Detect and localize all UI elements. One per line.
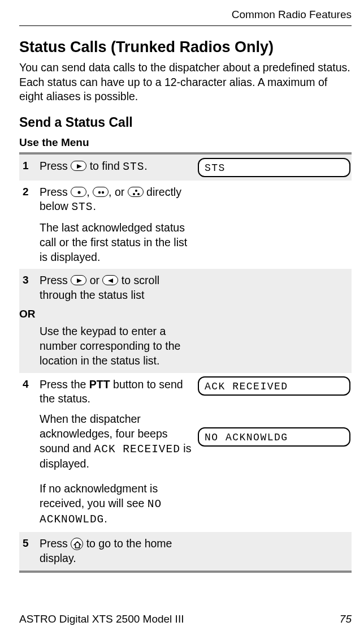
display-column [197,532,352,539]
arrow-left-key-icon [102,275,118,285]
step-number: 1 [19,155,37,178]
text: , [86,186,93,198]
svg-marker-0 [77,164,82,169]
text: or [86,274,102,286]
step-row: 2 Press , , or directly below STS. The l… [19,181,352,269]
display-column [197,324,352,331]
step-row-or: OR [19,304,352,325]
lcd-display: NO ACKNOWLDG [198,427,350,447]
footer-product: ASTRO Digital XTS 2500 Model III [19,612,184,627]
footer-page-number: 75 [340,612,352,627]
display-column: STS [197,155,352,181]
svg-marker-8 [108,278,113,283]
menu-heading: Use the Menu [19,136,352,150]
text: Press [40,537,71,550]
page-title: Status Calls (Trunked Radios Only) [19,37,352,57]
step-row: 5 Press to go to the home display. [19,532,352,570]
text: , or [109,186,128,198]
softkey-dot3-icon [128,187,144,197]
svg-point-4 [135,190,137,192]
section-heading: Send a Status Call [19,114,352,131]
text: to find [86,160,123,172]
intro-paragraph: You can send data calls to the dispatche… [19,61,352,104]
lcd-display: STS [198,158,350,177]
step-number: 5 [19,532,37,555]
step-body: Press the PTT button to send the status.… [37,373,197,533]
mono-text: STS [71,201,93,213]
text: . [144,160,147,172]
lcd-display: ACK RECEIVED [198,376,350,396]
step-row: 3 Press or to scroll through the status … [19,269,352,303]
step-body: Press , , or directly below STS. The las… [37,181,197,269]
svg-point-6 [137,193,140,195]
page-footer: ASTRO Digital XTS 2500 Model III 75 [19,612,352,627]
step-row: 4 Press the PTT button to send the statu… [19,373,352,533]
arrow-right-key-icon [71,275,86,285]
step-body: Use the keypad to enter a number corresp… [37,324,197,372]
softkey-dot2-icon [93,187,109,197]
text: If no acknowledgment is received, you wi… [40,482,158,509]
text: Press [40,186,71,198]
mono-text: ACK RECEIVED [94,443,180,456]
softkey-dot1-icon [71,187,86,197]
text: . [104,512,107,525]
svg-point-5 [133,193,135,195]
step-number: 3 [19,269,37,292]
step-number: 4 [19,373,37,396]
text: Press [40,274,71,286]
running-header: Common Radio Features [19,8,352,26]
text: Press the [40,378,89,391]
svg-marker-7 [77,278,82,283]
or-label: OR [19,304,37,325]
home-key-icon [71,538,83,550]
step-number: 2 [19,181,37,204]
svg-point-3 [102,191,104,193]
step-body: Press to go to the home display. [37,532,197,570]
text: . [93,200,96,212]
display-column: ACK RECEIVED NO ACKNOWLDG [197,373,352,452]
text: Use the keypad to enter a number corresp… [40,324,192,368]
steps-table: 1 Press to find STS. STS 2 Press , , or … [19,152,352,573]
step-row: 1 Press to find STS. STS [19,155,352,181]
mono-text: STS [123,161,144,173]
text: Press [40,160,71,172]
display-column [197,269,352,276]
step-row: Use the keypad to enter a number corresp… [19,324,352,372]
step-body: Press or to scroll through the status li… [37,269,197,303]
svg-point-1 [78,191,81,194]
svg-point-2 [98,191,101,193]
arrow-right-key-icon [71,161,86,171]
ptt-label: PTT [89,378,110,391]
text: The last acknowledged status call or the… [40,221,192,264]
step-body: Press to find STS. [37,155,197,179]
display-column [197,181,352,187]
